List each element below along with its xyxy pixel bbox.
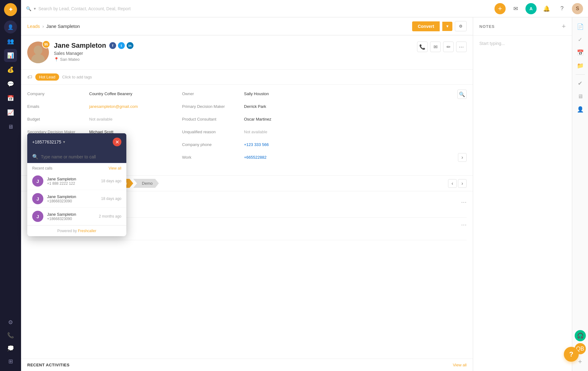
popup-number: +18577632175 ▾ <box>32 139 65 144</box>
breadcrumb-leads-link[interactable]: Leads <box>27 24 40 29</box>
work-value[interactable]: +665522882 <box>244 153 337 162</box>
popup-number-text: +18577632175 <box>32 139 61 144</box>
settings-button[interactable]: ⚙ <box>455 21 467 31</box>
search-bar: 🔍 ▼ Search by Lead, Contact, Account, De… <box>26 6 491 11</box>
search-placeholder-text[interactable]: Search by Lead, Contact, Account, Deal, … <box>38 6 131 11</box>
popup-search-input[interactable] <box>41 154 121 159</box>
view-all-link[interactable]: View all <box>453 363 467 367</box>
popup-call-name-1: Jane Sampleton <box>47 177 98 181</box>
linkedin-icon[interactable]: in <box>127 42 133 49</box>
edit-action-button[interactable]: ✏ <box>443 42 454 52</box>
right-icon-divider <box>576 74 585 75</box>
company-value: Country Coffee Beanery <box>89 90 182 98</box>
sidebar-item-settings[interactable]: ⚙ <box>4 316 17 329</box>
popup-call-avatar-2: J <box>32 193 43 204</box>
sidebar-item-contacts[interactable]: 👥 <box>4 35 17 48</box>
convert-dropdown-button[interactable]: ▼ <box>442 22 452 31</box>
sidebar-item-display[interactable]: 🖥 <box>4 120 17 133</box>
bell-icon[interactable]: 🔔 <box>541 3 552 14</box>
right-check-icon[interactable]: ✓ <box>575 34 586 45</box>
sidebar-item-reports[interactable]: 📈 <box>4 106 17 119</box>
popup-number-arrow[interactable]: ▾ <box>63 140 65 144</box>
help-icon[interactable]: ? <box>556 3 568 14</box>
popup-call-avatar-1: J <box>32 175 43 187</box>
pipeline-next[interactable]: › <box>458 179 467 188</box>
right-document-icon[interactable]: 📄 <box>575 21 586 32</box>
popup-call-name-2: Jane Sampleton <box>47 194 98 199</box>
sidebar-item-leads[interactable]: 📊 <box>4 49 17 62</box>
help-fab-button[interactable]: ? <box>564 347 579 362</box>
popup-call-time-2: 18 days ago <box>101 197 121 201</box>
add-tag-button[interactable]: Click to add tags <box>62 75 92 79</box>
popup-search-row: 🔍 <box>27 151 126 163</box>
more-options-2[interactable]: ⋯ <box>461 221 467 228</box>
right-folder-icon[interactable]: 📁 <box>575 60 586 71</box>
popup-search-icon: 🔍 <box>32 154 38 160</box>
left-sidebar: ✦ 👤 👥 📊 💰 💬 📅 📈 🖥 ⚙ 📞 💭 ⊞ <box>0 0 21 371</box>
user-menu[interactable]: S <box>572 3 583 14</box>
recent-activities-header: RECENT ACTIVITIES View all <box>21 359 473 371</box>
expand-arrow[interactable]: › <box>458 153 467 162</box>
sidebar-user-avatar[interactable]: 👤 <box>4 20 17 33</box>
emails-value[interactable]: janesampleton@gmail.com <box>89 102 182 111</box>
right-checkmark-icon[interactable]: ✔ <box>575 78 586 89</box>
search-dropdown-icon[interactable]: ▼ <box>33 7 37 11</box>
popup-call-info-3: Jane Sampleton +18668323090 <box>47 212 95 221</box>
profile-actions: 📞 ✉ ✏ ⋯ <box>417 42 467 52</box>
notes-add-button[interactable]: + <box>562 22 566 30</box>
sidebar-item-calendar[interactable]: 📅 <box>4 92 17 105</box>
more-options-1[interactable]: ⋯ <box>461 199 467 205</box>
popup-close-button[interactable]: ✕ <box>113 138 121 146</box>
company-phone-label: Company phone <box>182 140 244 149</box>
sidebar-item-messages[interactable]: 💬 <box>4 77 17 91</box>
profile-name-row: Jane Sampleton f t in <box>54 42 412 50</box>
recent-activities-title: RECENT ACTIVITIES <box>27 363 70 367</box>
more-action-button[interactable]: ⋯ <box>456 42 467 52</box>
convert-button[interactable]: Convert <box>412 21 440 31</box>
notes-header: NOTES + <box>473 17 572 36</box>
notification-icon[interactable]: A <box>525 3 537 14</box>
notes-placeholder: Start typing... <box>479 41 505 46</box>
work-label: Work <box>182 153 244 162</box>
popup-call-time-1: 18 days ago <box>101 179 121 183</box>
email-action-button[interactable]: ✉ <box>430 42 441 52</box>
budget-label: Budget <box>27 115 89 123</box>
popup-call-name-3: Jane Sampleton <box>47 212 95 217</box>
sidebar-item-chat[interactable]: 💭 <box>4 342 17 355</box>
breadcrumb: Leads › Jane Sampleton <box>27 24 80 29</box>
right-person-icon[interactable]: 👤 <box>575 104 586 115</box>
sidebar-item-deals[interactable]: 💰 <box>4 63 17 76</box>
popup-call-item-1: J Jane Sampleton +1 888 2222 122 18 days… <box>27 172 126 190</box>
call-action-button[interactable]: 📞 <box>417 42 428 52</box>
breadcrumb-current-page: Jane Sampleton <box>46 24 80 29</box>
sidebar-item-grid[interactable]: ⊞ <box>4 355 17 368</box>
profile-name: Jane Sampleton <box>54 42 106 50</box>
freshcaller-brand[interactable]: Freshcaller <box>78 229 96 233</box>
popup-header: +18577632175 ▾ ✕ <box>27 133 126 151</box>
popup-call-info-1: Jane Sampleton +1 888 2222 122 <box>47 177 98 186</box>
pipeline-prev[interactable]: ‹ <box>448 179 457 188</box>
top-navigation: 🔍 ▼ Search by Lead, Contact, Account, De… <box>21 0 588 17</box>
avatar-wrapper: 95 <box>27 42 49 63</box>
sidebar-item-phone[interactable]: 📞 <box>4 329 17 342</box>
right-calendar-icon[interactable]: 📅 <box>575 47 586 58</box>
powered-by-label: Powered by <box>57 229 77 233</box>
pipeline-stage-demo[interactable]: Demo <box>133 179 159 188</box>
phone-popup: +18577632175 ▾ ✕ 🔍 Recent calls View all… <box>27 133 126 236</box>
social-icons: f t in <box>109 42 133 49</box>
details-search-button[interactable]: 🔍 <box>457 90 467 99</box>
notes-editor[interactable]: Start typing... <box>473 36 572 371</box>
freshcaller-badge[interactable]: 🎧 <box>575 330 586 341</box>
facebook-icon[interactable]: f <box>109 42 116 49</box>
twitter-icon[interactable]: t <box>118 42 125 49</box>
app-logo[interactable]: ✦ <box>4 3 17 16</box>
popup-call-number-1: +1 888 2222 122 <box>47 181 98 186</box>
profile-location: 📍 San Mateo <box>54 57 412 62</box>
hot-lead-tag[interactable]: Hot Lead <box>35 73 59 81</box>
right-monitor-icon[interactable]: 🖥 <box>575 91 586 102</box>
email-icon[interactable]: ✉ <box>510 3 521 14</box>
location-icon: 📍 <box>54 57 59 62</box>
company-phone-value[interactable]: +123 333 566 <box>244 140 337 149</box>
add-button[interactable]: + <box>494 3 506 14</box>
popup-view-all[interactable]: View all <box>109 166 121 170</box>
